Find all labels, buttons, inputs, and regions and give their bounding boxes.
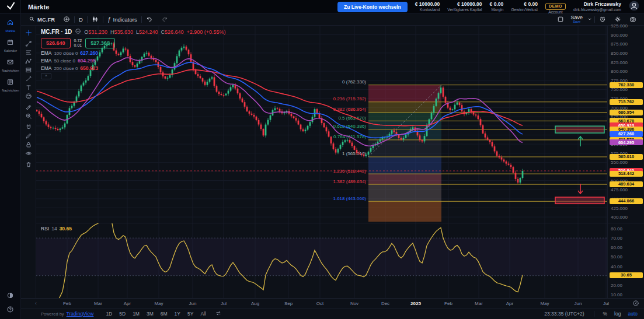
timeframe-3m[interactable]: 3M [144, 310, 156, 318]
timeframe-1y[interactable]: 1Y [172, 310, 183, 318]
tradingview-link[interactable]: TradingView [67, 311, 94, 317]
rsi-tick: 50.00 [611, 254, 622, 260]
ohlc-item: O531.230 [84, 29, 107, 35]
hide-series-icon[interactable] [75, 28, 81, 36]
switch-live-account-button[interactable]: Zu Live-Konto wechseln [337, 2, 408, 12]
scale-%[interactable]: % [600, 310, 611, 318]
time-axis-label: 2025 [410, 301, 421, 306]
go-to-realtime-button[interactable] [632, 300, 639, 308]
timeframe-1m[interactable]: 1M [130, 310, 142, 318]
legend-symbol[interactable]: MC.FR · 1D [41, 29, 72, 35]
scale-log[interactable]: log [611, 310, 624, 318]
timeframe-1d[interactable]: 1D [103, 310, 115, 318]
redo-button[interactable] [157, 14, 172, 26]
price-badge: 715.762 [610, 99, 643, 105]
sidebar-item-nachrichten[interactable]: Nachrichten [0, 78, 21, 92]
emoji-tool[interactable] [22, 92, 35, 101]
undo-icon [146, 16, 153, 24]
calendar-icon [6, 38, 14, 48]
ohlc-values: O531.230H535.630L524.240C526.640 [84, 29, 183, 35]
sidebar-item-nachrichten[interactable]: Nachrichten [0, 58, 21, 72]
svg-text:1.618 (443.066): 1.618 (443.066) [333, 196, 367, 201]
chart-plot-area[interactable]: 0 (762.330)0.236 (715.762)0.382 (686.954… [36, 26, 607, 298]
price-badge: 489.634 [610, 181, 643, 187]
price-badge: 565.010 [610, 154, 643, 160]
rsi-tick: 60.00 [611, 245, 622, 250]
ohlc-item: L524.240 [136, 29, 158, 35]
chart-legend: MC.FR · 1D O531.230H535.630L524.240C526.… [41, 28, 226, 79]
scale-buttons: %logauto [600, 310, 640, 318]
price-badge: 686.954 [610, 110, 643, 115]
theme-toggle-button[interactable] [6, 291, 14, 302]
save-layout-button[interactable]: Save Save [568, 15, 585, 24]
rsi-tick: 70.00 [611, 236, 622, 241]
interval-button[interactable]: D [75, 14, 87, 26]
ema-legend-row[interactable]: EMA100 close 0627.260 [41, 50, 226, 56]
time-axis[interactable]: ‹ FebMarAprMayJunJulAugSepOctNovDec2025F… [21, 298, 644, 308]
page-title: Märkte [28, 3, 50, 10]
account-stat: € 10000.00Kontostand [415, 1, 440, 12]
ohlc-item: C526.640 [161, 29, 184, 35]
demo-label: Account [545, 10, 566, 15]
svg-text:1.382 (489.634): 1.382 (489.634) [333, 179, 367, 184]
clock-label[interactable]: 23:33:35 (UTC+2) [544, 311, 587, 317]
time-axis-label: Apr [124, 301, 131, 306]
sidebar-item-label: Märkte [1, 29, 20, 33]
timeframe-5y[interactable]: 5Y [185, 310, 196, 318]
sidebar-item-label: Nachrichten [1, 69, 20, 72]
price-badge: 518.442 [610, 171, 643, 177]
account-stat: € 0.00Gewinn/Verlust [511, 1, 538, 12]
chart-style-button[interactable] [88, 14, 103, 26]
timeframe-all[interactable]: All [197, 310, 208, 318]
timeframe-6m[interactable]: 6M [158, 310, 170, 318]
chart-footer: Powered by TradingView 1D5D1M3M6M1Y5YAll… [21, 308, 644, 319]
svg-text:1 (565.010): 1 (565.010) [342, 151, 366, 156]
indicators-button[interactable]: ƒ Indicators [103, 14, 141, 26]
symbol-search[interactable]: MC.FR [25, 14, 59, 26]
top-bar: Märkte Zu Live-Konto wechseln € 10000.00… [0, 0, 644, 14]
timeframe-buttons: 1D5D1M3M6M1Y5YAll [103, 310, 208, 318]
camera-icon [629, 16, 636, 24]
sidebar-item-märkte[interactable]: Märkte [0, 18, 21, 33]
save-dropdown-button[interactable] [585, 14, 594, 26]
rsi-chart-canvas[interactable] [36, 223, 607, 298]
remove-all-tool[interactable] [22, 160, 35, 169]
undo-button[interactable] [142, 14, 157, 26]
stat-label: Gewinn/Verlust [511, 8, 538, 12]
brand-logo[interactable] [0, 0, 21, 14]
help-button[interactable] [6, 305, 14, 316]
plus-circle-icon [63, 16, 70, 24]
price-tick: 475.000 [611, 187, 628, 192]
ema-legend-row[interactable]: EMA50 close 0604.295 [41, 58, 226, 64]
stat-label: Margin [490, 8, 504, 12]
sell-price-button[interactable]: 526.640 [41, 38, 71, 48]
search-icon [29, 16, 35, 23]
user-avatar-icon[interactable] [629, 1, 639, 13]
buy-price-button[interactable]: 527.360 [85, 38, 115, 48]
sidebar-item-kalender[interactable]: Kalender [0, 38, 21, 52]
rsi-value-badge: 30.65 [610, 272, 643, 278]
home-icon [6, 18, 14, 28]
crosshair-tool[interactable] [22, 29, 35, 37]
time-axis-label: Oct [316, 301, 323, 306]
scale-auto[interactable]: auto [625, 310, 640, 318]
add-symbol-button[interactable] [59, 14, 74, 26]
time-axis-label: Jul [603, 301, 609, 306]
timeframe-5d[interactable]: 5D [116, 310, 128, 318]
chart-toolbar: MC.FR D ƒ Indicators Save [21, 14, 644, 26]
alert-clock-button[interactable] [595, 14, 610, 26]
compare-arrows-icon[interactable] [215, 310, 222, 318]
rsi-tick: 80.00 [611, 226, 622, 232]
zoom-in-tool[interactable] [22, 112, 35, 121]
rsi-tick: 40.00 [611, 264, 622, 269]
price-axis[interactable]: 400.000425.000450.000475.000500.000525.0… [607, 26, 644, 298]
hide-all-icon [25, 149, 32, 159]
svg-text:0 (762.330): 0 (762.330) [342, 79, 366, 85]
rsi-tick: 20.00 [611, 283, 622, 288]
collapse-legend-button[interactable]: ^ [41, 73, 51, 79]
multichart-layout-button[interactable] [553, 14, 568, 26]
ema-legend-row[interactable]: EMA200 close 0650.923 [41, 65, 226, 71]
hide-all-tool[interactable] [22, 149, 35, 158]
time-axis-label: Mar [94, 301, 102, 306]
ema-legend-rows: EMA100 close 0627.260EMA50 close 0604.29… [41, 50, 226, 71]
